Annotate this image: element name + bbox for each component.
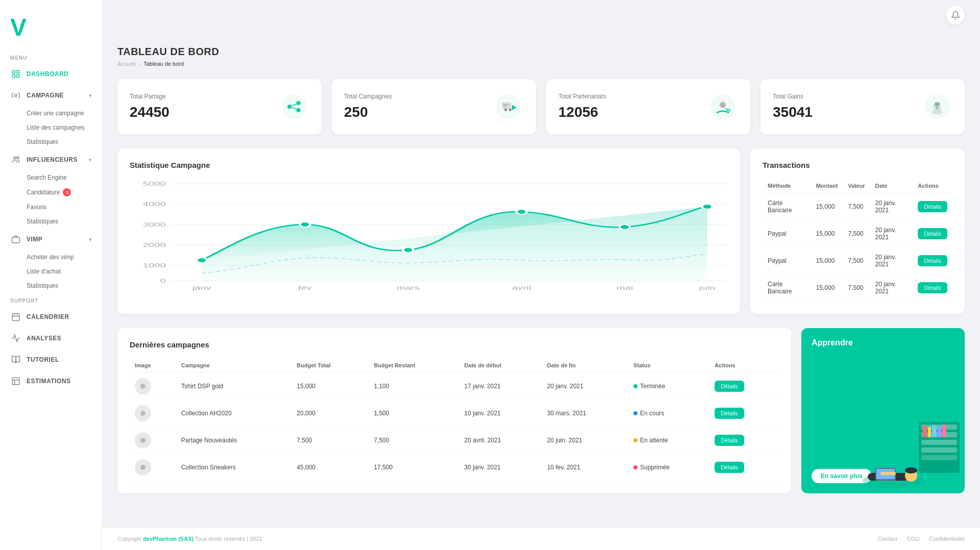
chevron-down-icon: ▾ (89, 93, 92, 98)
svg-point-32 (720, 102, 725, 107)
page-title: TABLEAU DE BORD (117, 46, 965, 58)
stat-card-partenariats: Total Partenariats 12056 (546, 79, 750, 134)
influenceurs-icon (10, 154, 21, 165)
status-dot (633, 438, 638, 442)
sidebar-item-campagne[interactable]: CAMPAGNE ▾ (0, 85, 102, 106)
svg-point-22 (297, 102, 300, 105)
campaign-date-debut: 17 janv. 2021 (459, 373, 542, 400)
sidebar-sub-search-engine[interactable]: Search Engine (27, 170, 102, 185)
sidebar-item-calendrier[interactable]: CALENDRIER (0, 306, 102, 328)
sidebar-sub-statistiques-influenceurs[interactable]: Statistiques (27, 214, 102, 229)
svg-point-68 (140, 438, 145, 443)
campaign-detail-button[interactable]: Détails (715, 381, 744, 392)
chevron-down-icon-3: ▾ (89, 237, 92, 242)
campaign-budget-total: 20,000 (291, 400, 369, 427)
svg-point-55 (620, 224, 630, 230)
campaign-actions: Détails (709, 454, 779, 481)
status-dot (633, 384, 638, 388)
transactions-header-methode: Méthode (763, 179, 811, 193)
sidebar-item-influenceurs[interactable]: INFLUENCEURS ▾ (0, 149, 102, 170)
campaign-avatar (135, 378, 151, 394)
svg-rect-3 (17, 75, 19, 78)
svg-text:janv: janv (192, 285, 211, 291)
sidebar-sub-liste-achat[interactable]: Liste d'achat (27, 264, 102, 279)
transaction-methode: Paypal (763, 247, 811, 274)
campaign-budget-restant: 1,100 (369, 373, 459, 400)
sidebar-item-tutoriel[interactable]: TUTORIEL (0, 349, 102, 370)
sidebar-item-estimations-label: ESTIMATIONS (27, 378, 71, 385)
sidebar-item-calendrier-label: CALENDRIER (27, 313, 69, 320)
svg-point-52 (300, 222, 310, 227)
campaign-budget-total: 7,500 (291, 427, 369, 454)
footer-link-contact[interactable]: Contact (878, 536, 897, 542)
footer-link-confidentialite[interactable]: Confidentialité (929, 536, 965, 542)
svg-rect-0 (12, 70, 15, 73)
col-date-debut: Date de début (459, 358, 542, 373)
stat-card-campagnes-label: Total Campagnes (344, 93, 391, 100)
transactions-title: Transactions (763, 161, 952, 169)
chart-container: 5000 4000 3000 2000 1000 0 (130, 179, 728, 291)
svg-text:juin: juin (699, 285, 716, 291)
sidebar-item-dashboard[interactable]: DASHBOARD (0, 63, 102, 85)
campaign-avatar (135, 432, 151, 448)
campaign-actions: Détails (709, 427, 779, 454)
chart-title: Statistique Campagne (130, 161, 728, 169)
sidebar-sub-statistiques-campagne[interactable]: Statistiques (27, 135, 102, 149)
detail-button[interactable]: Détails (918, 201, 947, 212)
detail-button[interactable]: Détails (918, 282, 947, 293)
svg-text:mars: mars (397, 285, 420, 291)
campaign-detail-button[interactable]: Détails (715, 435, 744, 446)
detail-button[interactable]: Détails (918, 255, 947, 266)
stat-card-campagnes-value: 250 (344, 104, 391, 120)
chart-card: Statistique Campagne 5000 4000 3000 (117, 148, 740, 314)
transactions-header-montant: Montant (811, 179, 843, 193)
svg-text:0: 0 (160, 278, 165, 284)
svg-rect-28 (503, 104, 508, 105)
transaction-methode: Paypal (763, 220, 811, 247)
svg-rect-8 (12, 314, 19, 321)
sidebar-sub-liste-campagnes[interactable]: Liste des campagnes (27, 120, 102, 135)
notification-icon[interactable] (946, 6, 965, 24)
campaign-image (130, 373, 176, 400)
sidebar-sub-creer-campagne[interactable]: Créer une campagne (27, 106, 102, 120)
campaign-date-fin: 10 fev. 2021 (542, 454, 628, 481)
campaign-budget-restant: 7,500 (369, 427, 459, 454)
sidebar-item-influenceurs-label: INFLUENCEURS (27, 156, 78, 163)
sidebar-sub-candidature[interactable]: Candidature 1 (27, 185, 102, 200)
campaign-status: Supprimée (628, 454, 709, 481)
table-row: Tshirt DSP gold 15,000 1,100 17 janv. 20… (130, 373, 779, 400)
footer-brand: devPhantom (SAS) (143, 536, 193, 542)
sidebar-item-vimp[interactable]: VIMP ▾ (0, 229, 102, 250)
campaign-status: En cours (628, 400, 709, 427)
campaign-detail-button[interactable]: Détails (715, 408, 744, 419)
svg-text:5000: 5000 (143, 181, 166, 187)
stat-card-gains-label: Total Gains (773, 93, 813, 100)
stat-card-gains: Total Gains 35041 $ (761, 79, 965, 134)
campaign-detail-button[interactable]: Détails (715, 462, 744, 473)
svg-point-27 (509, 108, 511, 111)
sidebar-sub-acheter-vimp[interactable]: Acheter des vimp (27, 250, 102, 264)
campaign-status: Terminée (628, 373, 709, 400)
footer-link-cgu[interactable]: CGU (907, 536, 919, 542)
sidebar-item-estimations[interactable]: ESTIMATIONS (0, 370, 102, 392)
table-row: Partage Nouveautés 7,500 7,500 20 avril.… (130, 427, 779, 454)
transaction-date: 20 janv. 2021 (870, 220, 913, 247)
candidature-badge: 1 (63, 188, 71, 196)
stat-card-partage-info: Total Partage 24450 (130, 93, 169, 120)
campaign-actions: Détails (709, 400, 779, 427)
stat-card-partage-icon (279, 91, 309, 122)
table-row: Paypal 15,000 7,500 20 janv. 2021 Détail… (763, 220, 952, 247)
col-actions: Actions (709, 358, 779, 373)
breadcrumb-home[interactable]: Accueil (117, 61, 135, 67)
transaction-methode: Carte Bancaire (763, 274, 811, 302)
sidebar-sub-statistiques-vimp[interactable]: Statistiques (27, 279, 102, 293)
svg-point-33 (727, 108, 731, 112)
detail-button[interactable]: Détails (918, 228, 947, 239)
stat-cards-grid: Total Partage 24450 (117, 79, 965, 134)
sidebar-sub-favoris[interactable]: Favoris (27, 200, 102, 214)
sidebar-item-analyses[interactable]: ANALYSES (0, 328, 102, 349)
bottom-row: Dernières campagnes Image Campagne Budge… (117, 328, 965, 493)
campaign-avatar (135, 459, 151, 476)
sidebar-item-tutoriel-label: TUTORIEL (27, 356, 59, 363)
stat-card-partage-label: Total Partage (130, 93, 169, 100)
